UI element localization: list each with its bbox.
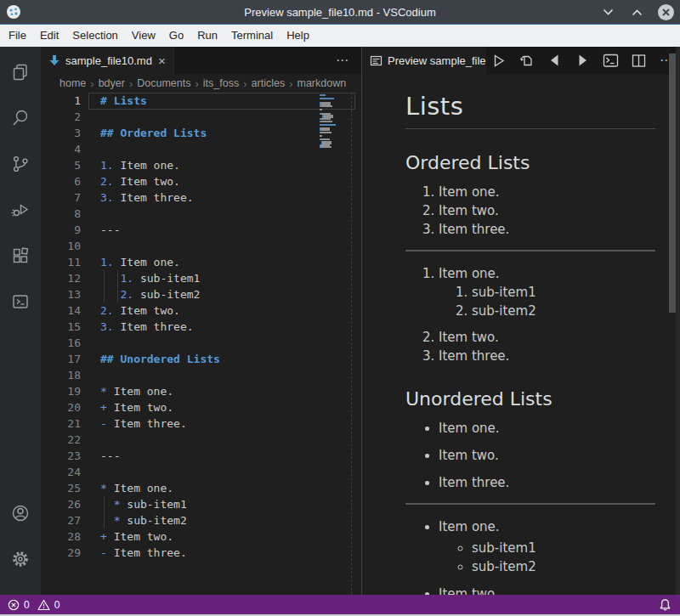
code-line[interactable]: 153. Item three. bbox=[41, 319, 361, 335]
code-line[interactable]: 10 bbox=[41, 238, 361, 254]
breadcrumb-item[interactable]: home bbox=[60, 77, 86, 89]
extensions-icon[interactable] bbox=[0, 235, 41, 276]
breadcrumb-item[interactable]: bdyer bbox=[99, 77, 125, 89]
menu-selection[interactable]: Selection bbox=[65, 25, 124, 47]
errors-icon bbox=[8, 599, 20, 611]
code-text: 2. sub-item2 bbox=[100, 286, 200, 302]
code-line[interactable]: 20+ Item two. bbox=[41, 399, 361, 415]
line-number: 22 bbox=[41, 432, 81, 448]
window-title: Preview sample_file10.md - VSCodium bbox=[0, 6, 680, 19]
horizontal-rule bbox=[405, 250, 655, 251]
code-line[interactable]: 142. Item two. bbox=[41, 302, 361, 319]
code-line[interactable]: 73. Item three. bbox=[41, 189, 361, 206]
terminal-panel-icon[interactable] bbox=[601, 50, 620, 71]
terminal-icon[interactable] bbox=[0, 281, 41, 322]
line-number: 11 bbox=[41, 254, 81, 270]
breadcrumb-item[interactable]: articles bbox=[252, 77, 286, 89]
search-icon[interactable] bbox=[0, 98, 41, 138]
preview-scrollbar[interactable] bbox=[669, 54, 676, 313]
editor-group: sample_file10.md × ⋯ home›bdyer›Document… bbox=[41, 47, 361, 595]
code-editor[interactable]: 1# Lists23## Ordered Lists451. Item one.… bbox=[41, 93, 361, 595]
code-line[interactable]: 18 bbox=[41, 367, 361, 383]
menu-go[interactable]: Go bbox=[162, 25, 190, 47]
code-line[interactable]: 24 bbox=[41, 464, 361, 480]
code-line[interactable]: 12 1. sub-item1 bbox=[41, 270, 361, 286]
breadcrumb[interactable]: home›bdyer›Documents›its_foss›articles›m… bbox=[41, 74, 360, 93]
line-number: 25 bbox=[41, 480, 81, 496]
line-number: 21 bbox=[41, 415, 81, 432]
code-text: # Lists bbox=[100, 93, 147, 109]
minimize-icon[interactable] bbox=[598, 3, 617, 21]
notifications-bell-icon[interactable] bbox=[659, 595, 672, 614]
code-line[interactable]: 19* Item one. bbox=[41, 383, 361, 399]
code-text: 1. Item one. bbox=[100, 157, 180, 173]
unordered-list-nested: Item one. sub-item1 sub-item2 Item two. … bbox=[405, 517, 655, 595]
list-item: Item one. sub-item1 sub-item2 bbox=[439, 264, 655, 320]
code-line[interactable]: 28+ Item two. bbox=[41, 528, 361, 545]
settings-gear-icon[interactable] bbox=[0, 539, 41, 579]
accounts-icon[interactable] bbox=[0, 493, 41, 534]
code-line[interactable]: 62. Item two. bbox=[41, 173, 361, 189]
code-line[interactable]: 111. Item one. bbox=[41, 254, 361, 270]
code-text: 3. Item three. bbox=[100, 319, 194, 335]
run-icon[interactable] bbox=[489, 50, 507, 71]
code-text: * sub-item2 bbox=[100, 512, 187, 528]
breadcrumb-item[interactable]: its_foss bbox=[203, 77, 239, 89]
close-icon[interactable] bbox=[656, 3, 675, 21]
menu-bar: File Edit Selection View Go Run Terminal… bbox=[0, 25, 680, 47]
forward-icon[interactable] bbox=[573, 50, 592, 71]
code-line[interactable]: 4 bbox=[41, 141, 361, 157]
code-line[interactable]: 1# Lists bbox=[41, 93, 361, 109]
code-text: 1. sub-item1 bbox=[100, 270, 200, 286]
menu-edit[interactable]: Edit bbox=[33, 25, 65, 47]
explorer-icon[interactable] bbox=[0, 52, 41, 93]
code-line[interactable]: 25* Item one. bbox=[41, 480, 361, 496]
line-number: 7 bbox=[41, 189, 81, 206]
code-line[interactable]: 27 * sub-item2 bbox=[41, 512, 361, 528]
breadcrumb-item[interactable]: Documents bbox=[137, 77, 190, 89]
code-line[interactable]: 17## Unordered Lists bbox=[41, 351, 361, 367]
minimap[interactable] bbox=[320, 94, 348, 196]
line-number: 28 bbox=[41, 528, 81, 545]
back-icon[interactable] bbox=[545, 50, 564, 71]
unordered-list: Item one. Item two. Item three. bbox=[405, 419, 655, 492]
tab-sample-file10[interactable]: sample_file10.md × bbox=[41, 47, 174, 74]
line-number: 9 bbox=[41, 222, 81, 238]
warnings-count: 0 bbox=[54, 599, 60, 611]
split-editor-icon[interactable] bbox=[629, 50, 648, 71]
preview-content: Lists Ordered Lists Item one. Item two. … bbox=[362, 74, 676, 595]
code-line[interactable]: 8 bbox=[41, 206, 361, 222]
code-line[interactable]: 23--- bbox=[41, 448, 361, 464]
problems-status[interactable]: 0 0 bbox=[0, 599, 63, 611]
menu-view[interactable]: View bbox=[125, 25, 162, 47]
editor-more-actions-icon[interactable]: ⋯ bbox=[336, 53, 361, 68]
preview-right-edge bbox=[676, 47, 680, 595]
run-and-debug-icon[interactable] bbox=[0, 189, 41, 230]
list-item: sub-item2 bbox=[472, 302, 655, 320]
line-number: 5 bbox=[41, 157, 81, 173]
go-to-source-icon[interactable] bbox=[517, 50, 536, 71]
menu-file[interactable]: File bbox=[2, 25, 33, 47]
menu-run[interactable]: Run bbox=[190, 25, 224, 47]
code-line[interactable]: 22 bbox=[41, 432, 361, 448]
tab-close-icon[interactable]: × bbox=[158, 54, 166, 67]
code-line[interactable]: 29- Item three. bbox=[41, 545, 361, 561]
code-line[interactable]: 13 2. sub-item2 bbox=[41, 286, 361, 302]
code-line[interactable]: 9--- bbox=[41, 222, 361, 238]
markdown-preview-pane: Preview sample_file10.md bbox=[362, 47, 680, 595]
line-number: 26 bbox=[41, 496, 81, 512]
menu-help[interactable]: Help bbox=[280, 25, 316, 47]
code-line[interactable]: 16 bbox=[41, 335, 361, 351]
code-line[interactable]: 3## Ordered Lists bbox=[41, 125, 361, 141]
tab-preview[interactable]: Preview sample_file10.md bbox=[362, 47, 486, 74]
code-line[interactable]: 51. Item one. bbox=[41, 157, 361, 173]
breadcrumb-item[interactable]: markdown bbox=[298, 77, 347, 89]
source-control-icon[interactable] bbox=[0, 144, 41, 184]
maximize-icon[interactable] bbox=[627, 3, 646, 21]
line-number: 27 bbox=[41, 512, 81, 528]
code-line[interactable]: 21- Item three. bbox=[41, 415, 361, 432]
code-line[interactable]: 2 bbox=[41, 109, 361, 125]
menu-terminal[interactable]: Terminal bbox=[224, 25, 280, 47]
list-item: sub-item1 bbox=[472, 283, 655, 302]
code-line[interactable]: 26 * sub-item1 bbox=[41, 496, 361, 512]
